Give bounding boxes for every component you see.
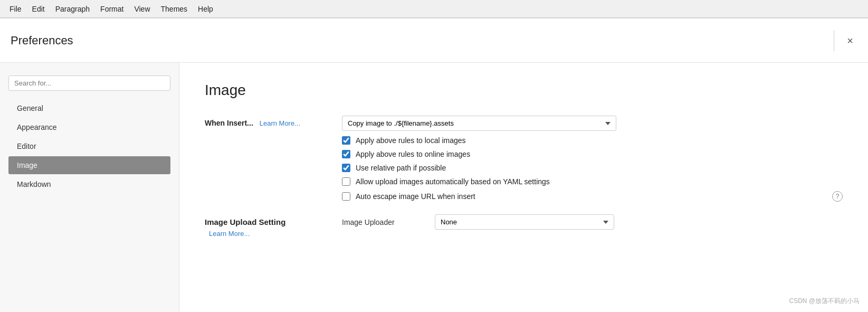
when-insert-controls: Copy image to ./${filename}.assets Move …: [342, 116, 843, 202]
content-area: General Appearance Editor Image Markdown…: [0, 63, 868, 312]
checkbox-relative-row: Use relative path if possible: [342, 164, 843, 172]
sidebar: General Appearance Editor Image Markdown: [0, 63, 179, 312]
upload-section-title: Image Upload Setting: [205, 218, 342, 226]
checkbox-yaml-label: Allow upload images automatically based …: [356, 177, 550, 186]
main-content: Image When Insert... Learn More... Copy …: [179, 63, 868, 312]
uploader-row: Image Uploader None Custom S3 GitHub img…: [342, 214, 843, 230]
when-insert-label-col: When Insert... Learn More...: [205, 116, 342, 127]
checkbox-escape-row: Auto escape image URL when insert ?: [342, 191, 843, 202]
watermark: CSDN @放荡不羁的小马: [789, 297, 860, 306]
window-title: Preferences: [11, 34, 73, 48]
checkbox-local-row: Apply above rules to local images: [342, 136, 843, 145]
sidebar-item-general[interactable]: General: [8, 99, 170, 117]
menu-file[interactable]: File: [4, 3, 27, 15]
when-insert-dropdown[interactable]: Copy image to ./${filename}.assets Move …: [342, 116, 616, 131]
checkbox-local-label: Apply above rules to local images: [356, 136, 466, 145]
sidebar-item-image[interactable]: Image: [8, 156, 170, 174]
checkbox-online[interactable]: [342, 150, 350, 158]
menu-help[interactable]: Help: [193, 3, 218, 15]
close-button[interactable]: ×: [843, 33, 857, 48]
search-input[interactable]: [8, 75, 170, 91]
checkbox-local[interactable]: [342, 136, 350, 145]
checkbox-relative-label: Use relative path if possible: [356, 164, 446, 172]
checkbox-yaml-row: Allow upload images automatically based …: [342, 177, 843, 186]
help-icon[interactable]: ?: [832, 191, 843, 202]
when-insert-row: When Insert... Learn More... Copy image …: [205, 116, 843, 202]
when-insert-learn-more[interactable]: Learn More...: [260, 119, 300, 127]
uploader-label: Image Uploader: [342, 218, 426, 226]
checkbox-online-row: Apply above rules to online images: [342, 150, 843, 158]
checkbox-escape[interactable]: [342, 192, 350, 201]
checkbox-relative[interactable]: [342, 164, 350, 172]
menu-format[interactable]: Format: [95, 3, 129, 15]
upload-label-col: Image Upload Setting Learn More...: [205, 214, 342, 238]
menu-paragraph[interactable]: Paragraph: [50, 3, 95, 15]
uploader-dropdown[interactable]: None Custom S3 GitHub imgbb: [435, 214, 614, 230]
titlebar-divider: [834, 30, 834, 51]
checkbox-yaml[interactable]: [342, 177, 350, 186]
upload-learn-more[interactable]: Learn More...: [209, 230, 342, 238]
menubar: File Edit Paragraph Format View Themes H…: [0, 0, 868, 18]
preferences-window: Preferences × General Appearance Editor …: [0, 18, 868, 312]
menu-themes[interactable]: Themes: [156, 3, 193, 15]
checkbox-escape-label: Auto escape image URL when insert: [356, 192, 832, 201]
titlebar: Preferences ×: [0, 18, 868, 63]
menu-edit[interactable]: Edit: [27, 3, 50, 15]
sidebar-item-editor[interactable]: Editor: [8, 137, 170, 155]
upload-setting-row: Image Upload Setting Learn More... Image…: [205, 214, 843, 238]
upload-controls: Image Uploader None Custom S3 GitHub img…: [342, 214, 843, 230]
checkbox-online-label: Apply above rules to online images: [356, 150, 470, 158]
page-title: Image: [205, 82, 843, 99]
menu-view[interactable]: View: [129, 3, 155, 15]
sidebar-item-markdown[interactable]: Markdown: [8, 175, 170, 193]
when-insert-label: When Insert...: [205, 119, 253, 127]
sidebar-item-appearance[interactable]: Appearance: [8, 118, 170, 136]
checkbox-escape-inner: Auto escape image URL when insert: [342, 192, 832, 201]
